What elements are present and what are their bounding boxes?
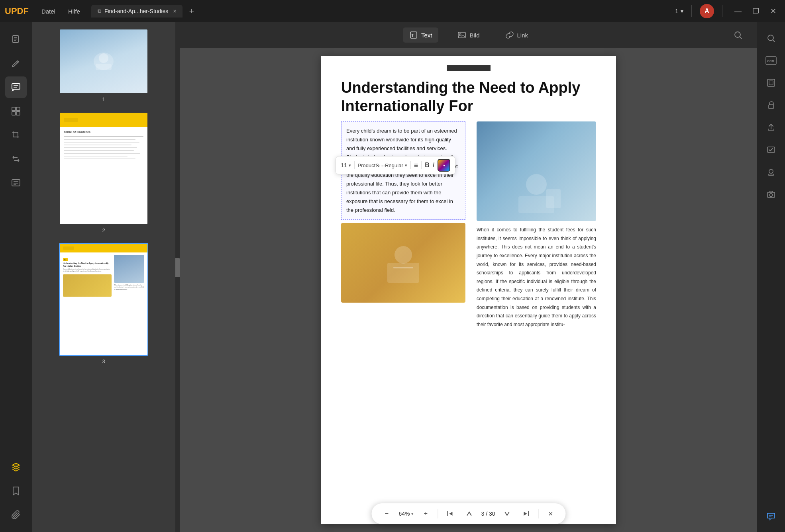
tab-close-btn[interactable]: × bbox=[173, 8, 176, 14]
sidebar-item-organize[interactable] bbox=[5, 100, 27, 122]
current-page-display: 1 bbox=[675, 8, 678, 14]
svg-rect-42 bbox=[769, 174, 773, 176]
bottom-close-btn[interactable]: ✕ bbox=[544, 507, 558, 521]
page-nav-chevron[interactable]: ▾ bbox=[681, 8, 683, 14]
page-nav-last-btn[interactable] bbox=[519, 507, 534, 521]
document-bottom-photo bbox=[341, 223, 465, 303]
thumbnail-page-3[interactable]: 01 Understanding the Need to Apply Inter… bbox=[38, 243, 169, 364]
thumbnail-img-2: Table of Contents bbox=[59, 112, 148, 225]
sidebar-item-bookmarks[interactable] bbox=[5, 480, 27, 502]
tab-label: Find-and-Ap...her-Studies bbox=[104, 8, 168, 14]
sidebar-item-document[interactable] bbox=[5, 29, 27, 50]
svg-line-4 bbox=[17, 61, 18, 63]
right-chat-btn[interactable] bbox=[761, 507, 781, 526]
bild-btn-label: Bild bbox=[469, 32, 479, 39]
thumbnail-img-3: 01 Understanding the Need to Apply Inter… bbox=[59, 243, 148, 356]
thumb-label-3: 3 bbox=[102, 358, 105, 364]
document-right-column: When it comes to fulfilling the student … bbox=[477, 121, 596, 329]
text-color-btn[interactable]: ▾ bbox=[438, 159, 450, 172]
page-nav-next-btn[interactable] bbox=[500, 507, 514, 521]
svg-point-45 bbox=[769, 194, 773, 197]
right-stamp-btn[interactable] bbox=[761, 162, 781, 182]
sidebar-item-crop[interactable] bbox=[5, 124, 27, 146]
thumb-label-2: 2 bbox=[102, 227, 105, 233]
font-family-control[interactable]: ProductS···-Regular ▾ bbox=[358, 162, 407, 168]
toolbar-bild-btn[interactable]: Bild bbox=[451, 27, 486, 43]
app-logo: UPDF bbox=[5, 6, 29, 16]
close-button[interactable]: ✕ bbox=[766, 7, 780, 16]
right-scan-btn[interactable] bbox=[761, 73, 781, 92]
page-display: 3 / 30 bbox=[481, 510, 495, 517]
thumbnail-page-2[interactable]: Table of Contents 2 bbox=[38, 112, 169, 233]
document-left-column: Every child's dream is to be part of an … bbox=[341, 121, 465, 329]
svg-line-34 bbox=[773, 40, 775, 42]
sidebar-item-ocr[interactable] bbox=[5, 172, 27, 194]
page-nav-prev-btn[interactable] bbox=[462, 507, 476, 521]
thumbnail-page-1[interactable]: 1 bbox=[38, 29, 169, 102]
add-tab-button[interactable]: + bbox=[186, 6, 197, 16]
tab-doc-icon: ⧉ bbox=[98, 8, 101, 14]
text-btn-label: Text bbox=[421, 32, 432, 39]
color-dropdown-arrow[interactable]: ▾ bbox=[443, 163, 445, 168]
thumbnail-panel: 1 Table of Contents bbox=[32, 22, 175, 532]
zoom-out-btn[interactable]: − bbox=[379, 507, 394, 521]
user-avatar[interactable]: A bbox=[700, 4, 714, 18]
content-area: T Text Bild Link bbox=[180, 22, 757, 532]
right-lock-btn[interactable] bbox=[761, 96, 781, 115]
right-share-btn[interactable] bbox=[761, 118, 781, 137]
link-btn-label: Link bbox=[517, 32, 528, 39]
document-tab[interactable]: ⧉ Find-and-Ap...her-Studies × bbox=[91, 5, 183, 18]
text-align-btn[interactable]: ≡ bbox=[414, 161, 418, 170]
svg-rect-11 bbox=[16, 111, 20, 115]
maximize-button[interactable]: ❐ bbox=[749, 7, 763, 16]
right-camera-btn[interactable] bbox=[761, 185, 781, 204]
document-page: Understanding the Need to Apply Internat… bbox=[321, 56, 616, 524]
svg-rect-8 bbox=[12, 107, 16, 111]
right-check-btn[interactable] bbox=[761, 140, 781, 159]
bold-btn[interactable]: B bbox=[425, 162, 430, 169]
main-area: 1 Table of Contents bbox=[0, 22, 785, 532]
toolbar-link-btn[interactable]: Link bbox=[499, 27, 535, 43]
titlebar: UPDF Datei Hilfe ⧉ Find-and-Ap...her-Stu… bbox=[0, 0, 785, 22]
font-family-arrow[interactable]: ▾ bbox=[405, 163, 407, 168]
text-format-toolbar: 11 89101112141618 ▾ ProductS···-Regular … bbox=[336, 156, 455, 174]
left-sidebar bbox=[0, 22, 32, 532]
svg-point-26 bbox=[394, 246, 412, 264]
thumbnail-img-1 bbox=[59, 29, 148, 94]
svg-rect-37 bbox=[767, 79, 775, 86]
svg-rect-18 bbox=[96, 64, 112, 70]
document-columns: Every child's dream is to be part of an … bbox=[321, 121, 616, 329]
svg-rect-5 bbox=[12, 84, 20, 89]
menu-datei[interactable]: Datei bbox=[37, 6, 60, 16]
toolbar-text-btn[interactable]: T Text bbox=[403, 27, 439, 43]
page-nav-first-btn[interactable] bbox=[443, 507, 457, 521]
svg-rect-39 bbox=[769, 105, 773, 109]
minimize-button[interactable]: — bbox=[730, 7, 746, 16]
svg-rect-21 bbox=[458, 32, 465, 38]
zoom-level-display[interactable]: 64% ▾ bbox=[398, 510, 414, 517]
svg-point-41 bbox=[769, 169, 773, 173]
svg-rect-25 bbox=[387, 263, 419, 283]
svg-rect-30 bbox=[546, 189, 561, 208]
content-toolbar: T Text Bild Link bbox=[180, 22, 757, 48]
right-sidebar: OCR bbox=[757, 22, 785, 532]
sidebar-item-attachments[interactable] bbox=[5, 504, 27, 526]
page-navigator: 1 ▾ bbox=[675, 8, 683, 14]
font-family-value: ProductS···-Regular bbox=[358, 162, 403, 168]
font-size-control[interactable]: 11 89101112141618 ▾ bbox=[341, 162, 351, 168]
zoom-in-btn[interactable]: + bbox=[418, 507, 433, 521]
sidebar-item-layers[interactable] bbox=[5, 456, 27, 478]
menu-hilfe[interactable]: Hilfe bbox=[63, 6, 85, 16]
svg-rect-27 bbox=[393, 267, 413, 268]
right-search-btn[interactable] bbox=[761, 29, 781, 48]
svg-point-17 bbox=[99, 53, 108, 63]
document-wrapper[interactable]: 11 89101112141618 ▾ ProductS···-Regular … bbox=[180, 48, 757, 532]
panel-collapse-tab[interactable] bbox=[175, 258, 180, 277]
sidebar-item-comments[interactable] bbox=[5, 76, 27, 98]
sidebar-item-edit[interactable] bbox=[5, 53, 27, 74]
italic-btn[interactable]: I bbox=[433, 162, 434, 169]
zoom-arrow[interactable]: ▾ bbox=[411, 511, 414, 516]
search-toolbar-btn[interactable] bbox=[728, 25, 748, 45]
sidebar-item-convert[interactable] bbox=[5, 148, 27, 170]
right-ocr-btn[interactable]: OCR bbox=[761, 51, 781, 70]
